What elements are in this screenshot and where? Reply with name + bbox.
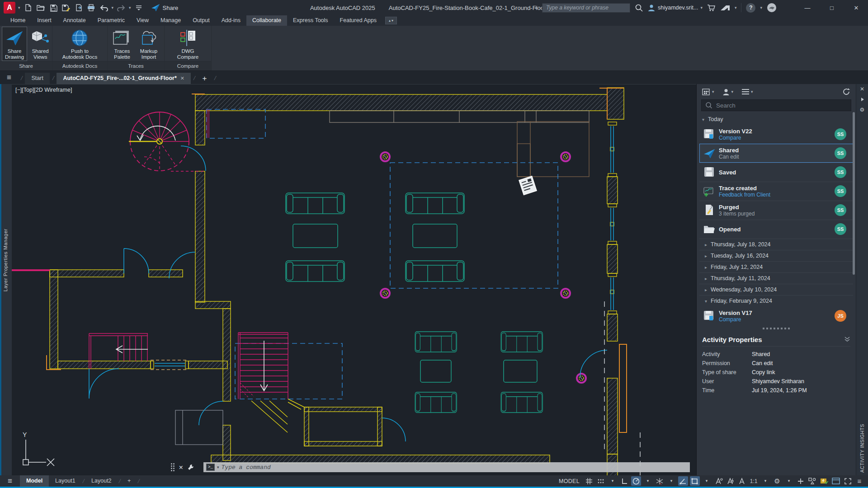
isolate-objects-icon[interactable] bbox=[807, 476, 817, 486]
traces-palette-button[interactable]: Traces Palette bbox=[109, 27, 135, 61]
push-to-autodesk-docs-button[interactable]: Push to Autodesk Docs bbox=[59, 27, 100, 61]
save-icon[interactable] bbox=[48, 3, 58, 13]
auto-hide-icon[interactable] bbox=[859, 97, 865, 102]
undo-icon[interactable] bbox=[99, 3, 109, 13]
command-line-grip[interactable]: ✕ bbox=[171, 463, 194, 471]
autodesk-caret-icon[interactable]: ▾ bbox=[735, 6, 737, 10]
save-as-icon[interactable] bbox=[61, 3, 71, 13]
undo-caret-icon[interactable]: ▾ bbox=[112, 6, 114, 10]
autoscale-toggle[interactable] bbox=[725, 476, 735, 486]
open-folder-icon[interactable] bbox=[36, 3, 46, 13]
file-tab-start[interactable]: Start bbox=[25, 73, 49, 84]
keyword-search-input[interactable]: Type a keyword or phrase bbox=[542, 3, 630, 13]
activity-item-version-v17[interactable]: Version V17Compare JS bbox=[699, 306, 853, 325]
settings-caret-icon[interactable]: ▾ bbox=[784, 476, 794, 486]
help-icon[interactable]: ? bbox=[746, 3, 755, 13]
tab-collaborate[interactable]: Collaborate bbox=[246, 15, 287, 26]
group-date-0[interactable]: ▸Thursday, July 18, 2024 bbox=[699, 239, 853, 250]
panel-label-traces[interactable]: Traces bbox=[108, 61, 164, 70]
redo-caret-icon[interactable]: ▾ bbox=[129, 6, 131, 10]
tab-annotate[interactable]: Annotate bbox=[57, 15, 92, 26]
file-tab-close-icon[interactable]: ✕ bbox=[180, 73, 184, 84]
dwg-compare-button[interactable]: DWG Compare bbox=[174, 27, 202, 61]
compare-link[interactable]: Compare bbox=[719, 135, 835, 141]
palette-settings-icon[interactable]: ⚙ bbox=[860, 107, 865, 113]
drag-grip-icon[interactable] bbox=[171, 463, 175, 471]
layer-properties-palette-bar[interactable]: Layer Properties Manager bbox=[0, 84, 12, 475]
share-button[interactable]: Share bbox=[151, 4, 179, 12]
activity-item-shared[interactable]: SharedCan edit SS bbox=[699, 144, 853, 163]
date-filter-button[interactable]: ▾ bbox=[702, 88, 714, 96]
compare-link[interactable]: Compare bbox=[719, 316, 835, 323]
activity-item-saved[interactable]: Saved SS bbox=[699, 163, 853, 182]
close-palette-icon[interactable]: ✕ bbox=[860, 86, 864, 92]
osnap-caret-icon[interactable]: ▾ bbox=[702, 476, 712, 486]
scale-value[interactable]: 1:1 bbox=[749, 476, 759, 486]
isodraft-toggle[interactable] bbox=[655, 476, 665, 486]
layout2-tab[interactable]: Layout2 bbox=[85, 475, 118, 487]
grid-display-toggle[interactable] bbox=[584, 476, 594, 486]
signed-in-user[interactable]: shiyamdev.srit... ▾ bbox=[647, 4, 703, 12]
file-tabs-menu-icon[interactable]: ≡ bbox=[0, 71, 18, 84]
command-input[interactable]: >_ ▾ Type a command bbox=[203, 462, 690, 472]
activity-item-opened[interactable]: Opened SS bbox=[699, 220, 853, 239]
trace-link[interactable]: Feedback from Client bbox=[719, 192, 835, 198]
tab-add-ins[interactable]: Add-ins bbox=[216, 15, 246, 26]
tab-home[interactable]: Home bbox=[5, 15, 31, 26]
new-drawing-tab-button[interactable]: + bbox=[198, 73, 212, 84]
tab-view[interactable]: View bbox=[131, 15, 155, 26]
group-date-2[interactable]: ▸Friday, July 12, 2024 bbox=[699, 261, 853, 272]
group-date-feb9[interactable]: ▾Friday, February 9, 2024 bbox=[699, 295, 853, 306]
search-icon[interactable] bbox=[635, 4, 643, 12]
tab-output[interactable]: Output bbox=[187, 15, 216, 26]
polar-caret-icon[interactable]: ▾ bbox=[643, 476, 653, 486]
viewport-controls[interactable]: [−][Top][2D Wireframe] bbox=[15, 87, 72, 93]
new-file-icon[interactable] bbox=[23, 3, 33, 13]
view-options-button[interactable]: ▾ bbox=[741, 89, 753, 95]
new-layout-button[interactable]: + bbox=[121, 475, 137, 487]
share-drawing-button[interactable]: Share Drawing bbox=[2, 27, 27, 61]
customize-wrench-icon[interactable] bbox=[187, 464, 194, 471]
model-space-badge[interactable]: MODEL bbox=[559, 478, 580, 484]
redo-icon[interactable] bbox=[116, 3, 126, 13]
print-icon[interactable] bbox=[86, 3, 96, 13]
isodraft-caret-icon[interactable]: ▾ bbox=[666, 476, 676, 486]
panel-scrollbar[interactable] bbox=[853, 112, 855, 275]
activity-item-trace-created[interactable]: Trace createdFeedback from Client SS bbox=[699, 182, 853, 201]
drawing-canvas[interactable]: [−][Top][2D Wireframe] bbox=[12, 84, 696, 475]
refresh-button[interactable] bbox=[842, 88, 850, 96]
shared-views-button[interactable]: Shared Views bbox=[28, 27, 52, 61]
layout1-tab[interactable]: Layout1 bbox=[49, 475, 81, 487]
ribbon-collapse-button[interactable]: ▴▾ bbox=[385, 17, 397, 24]
activity-item-purged[interactable]: Purged3 items purged SS bbox=[699, 201, 853, 220]
activity-insights-title-bar[interactable]: ✕ ⚙ ACTIVITY INSIGHTS bbox=[856, 84, 868, 475]
panel-label-share[interactable]: Share bbox=[0, 61, 52, 70]
activity-search-input[interactable]: Search bbox=[701, 99, 851, 111]
command-prompt-icon[interactable]: >_ bbox=[206, 464, 215, 471]
graphics-performance-icon[interactable] bbox=[819, 476, 829, 486]
tab-express-tools[interactable]: Express Tools bbox=[287, 15, 334, 26]
tab-featured-apps[interactable]: Featured Apps bbox=[334, 15, 382, 26]
customization-menu-icon[interactable]: ≡ bbox=[854, 476, 864, 486]
object-snap-tracking-toggle[interactable] bbox=[678, 476, 688, 486]
help-caret-icon[interactable]: ▾ bbox=[760, 6, 762, 10]
snap-caret-icon[interactable]: ▾ bbox=[608, 476, 618, 486]
clean-screen-icon[interactable] bbox=[831, 476, 841, 486]
scale-caret-icon[interactable]: ▾ bbox=[760, 476, 770, 486]
file-tab-active-drawing[interactable]: AutoCAD-FY25_Fire-...02-1_Ground-Floor* … bbox=[57, 73, 191, 84]
panel-label-compare[interactable]: Compare bbox=[165, 61, 211, 70]
recent-commands-caret-icon[interactable]: ▾ bbox=[217, 465, 219, 469]
minimize-button[interactable]: — bbox=[797, 0, 817, 15]
annotation-scale-icon[interactable] bbox=[737, 476, 747, 486]
layout-menu-icon[interactable]: ≡ bbox=[0, 477, 20, 486]
annotation-monitor-icon[interactable] bbox=[796, 476, 806, 486]
ortho-toggle[interactable] bbox=[619, 476, 629, 486]
polar-tracking-toggle[interactable] bbox=[631, 476, 641, 486]
activity-item-version-v22[interactable]: Version V22Compare SS bbox=[699, 125, 853, 144]
annotation-visibility-toggle[interactable] bbox=[713, 476, 723, 486]
maximize-button[interactable]: □ bbox=[822, 0, 842, 15]
workspace-settings-icon[interactable]: ⚙ bbox=[772, 476, 782, 486]
markup-import-button[interactable]: Markup Import bbox=[136, 27, 162, 61]
group-date-4[interactable]: ▸Wednesday, July 10, 2024 bbox=[699, 284, 853, 295]
panel-splitter[interactable] bbox=[697, 325, 856, 332]
